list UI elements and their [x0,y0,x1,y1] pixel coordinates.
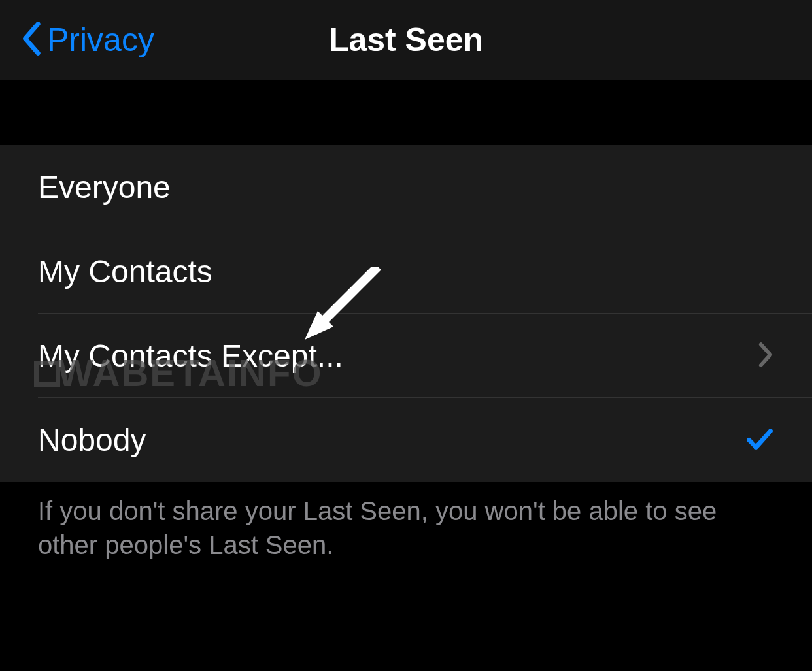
option-label: My Contacts [38,254,212,289]
option-label: Everyone [38,169,171,205]
option-my-contacts[interactable]: My Contacts [0,229,812,314]
options-list: Everyone My Contacts My Contacts Except.… [0,145,812,482]
chevron-left-icon [20,20,42,59]
option-my-contacts-except[interactable]: My Contacts Except... [0,314,812,398]
option-label: My Contacts Except... [38,338,343,374]
option-nobody[interactable]: Nobody [0,398,812,482]
option-everyone[interactable]: Everyone [0,145,812,229]
footer-description: If you don't share your Last Seen, you w… [0,482,812,574]
page-title: Last Seen [329,21,483,59]
checkmark-icon [745,426,774,455]
back-button[interactable]: Privacy [20,20,154,59]
section-spacer [0,80,812,145]
navigation-bar: Privacy Last Seen [0,0,812,80]
back-label: Privacy [47,21,154,59]
chevron-right-icon [757,340,774,372]
option-label: Nobody [38,422,146,458]
